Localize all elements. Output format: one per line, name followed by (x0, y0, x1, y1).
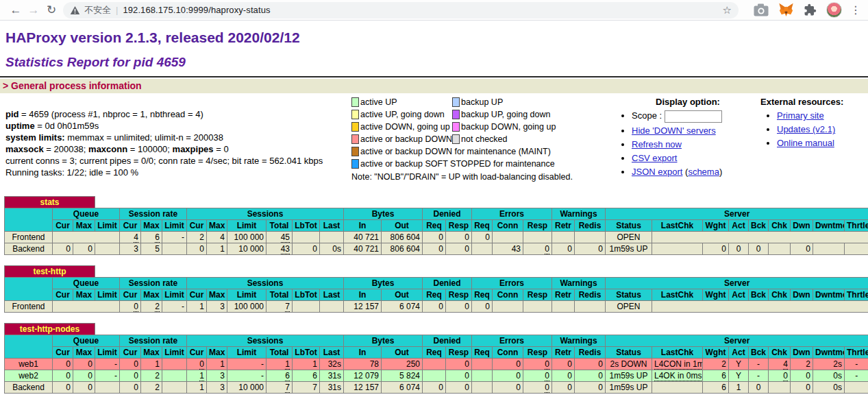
proxy-name-link[interactable]: test-http (34, 267, 66, 276)
legend-color-swatch (351, 110, 359, 119)
extensions-puzzle-icon[interactable] (804, 3, 817, 16)
column-header: Limit (95, 289, 120, 301)
column-header: Total (266, 289, 293, 301)
uptime-label: uptime (5, 121, 35, 131)
reload-icon[interactable]: ↻ (42, 3, 60, 17)
bookmark-star-icon[interactable]: ☆ (723, 4, 732, 16)
column-header: Act (729, 347, 749, 359)
external-resource-link[interactable]: Primary site (777, 110, 824, 121)
proxy-title-row: test-http (5, 266, 868, 278)
cell: 6 (293, 370, 320, 382)
cell (162, 243, 187, 255)
cell: 0 (472, 301, 493, 313)
cell: 0 (729, 243, 749, 255)
cell: - (749, 359, 769, 370)
external-resource-link[interactable]: Online manual (777, 138, 834, 148)
cell: 1 (141, 359, 162, 370)
row-name: Backend (5, 243, 53, 255)
cell (575, 301, 606, 313)
row-name: web1 (5, 359, 53, 370)
display-option-link[interactable]: JSON export (632, 167, 682, 177)
cell (652, 243, 703, 255)
address-bar[interactable]: 不安全 | 192.168.175.10:9999/haproxy-status… (63, 2, 739, 19)
forward-icon[interactable]: → (25, 3, 42, 17)
cell: OPEN (606, 232, 652, 243)
legend-row: active or backup DOWNnot checked (351, 134, 556, 146)
browser-menu-icon[interactable]: ⋮ (850, 3, 861, 16)
cell: 7 (293, 382, 320, 394)
column-header: Max (141, 220, 162, 232)
page-title[interactable]: HAProxy version 2.1.3, released 2020/02/… (5, 29, 868, 46)
column-header: Thrtle (845, 220, 868, 232)
current-conns-line: current conns = 3; current pipes = 0/0; … (5, 155, 351, 167)
column-group-header: Server (606, 335, 868, 347)
cell: 3 (207, 301, 227, 313)
proxy-section-test-http-nodes: test-http-nodesQueueSession rateSessions… (4, 323, 868, 394)
legend-color-swatch (452, 122, 460, 132)
cell: 1 (293, 359, 320, 370)
legend-item: active DOWN, going up (351, 121, 452, 134)
column-header: Limit (162, 289, 187, 301)
column-header: Max (73, 289, 95, 301)
cell: 1 (207, 243, 227, 255)
tooltip-value: 7 (285, 383, 290, 393)
tooltip-value: 45 (281, 232, 290, 243)
column-group-row: QueueSession rateSessionsBytesDeniedErro… (5, 278, 868, 289)
cell: 7 (266, 382, 293, 394)
cell: 0 (749, 243, 769, 255)
cell: 0 (446, 243, 472, 255)
cell (423, 370, 446, 382)
cell: L4CON in 1ms (652, 359, 703, 370)
display-option-link[interactable]: CSV export (632, 153, 677, 163)
table-row: Backend00021310 0007731s12 1576 07400000… (5, 382, 868, 394)
cell (53, 232, 120, 243)
column-header: LbTot (293, 347, 320, 359)
maxconn-value: = 100000; (127, 144, 172, 154)
cell: - (749, 370, 769, 382)
tooltip-value: 6 (285, 371, 290, 381)
column-group-header: Warnings (552, 335, 606, 347)
screenshot-camera-icon[interactable] (754, 3, 769, 16)
tooltip-value: 0 (134, 302, 138, 312)
column-header: Conn (493, 347, 523, 359)
column-header: Act (729, 220, 749, 232)
column-header: Total (266, 347, 293, 359)
cell: 43 (266, 243, 293, 255)
cell: 2 (141, 382, 162, 394)
column-group-header: Denied (423, 208, 472, 220)
row-name: Backend (5, 382, 53, 394)
column-group-header: Session rate (120, 335, 187, 347)
schema-link[interactable]: schema (688, 167, 719, 177)
column-header: Chk (769, 289, 791, 301)
cell: 0s (320, 243, 344, 255)
proxy-title-spacer (95, 197, 868, 208)
cell: 32s (320, 359, 344, 370)
external-resource-link[interactable]: Updates (v2.1) (777, 124, 835, 134)
legend-color-swatch (452, 134, 460, 144)
column-header: In (344, 220, 382, 232)
table-row: Frontend46-24100 0004540 721806 604000OP… (5, 232, 868, 243)
column-header: Act (729, 289, 749, 301)
cell: 78 (344, 359, 382, 370)
display-option-link[interactable]: Hide 'DOWN' servers (632, 125, 716, 136)
cell: L4OK in 0ms (652, 370, 703, 382)
external-resources: External resources: Primary siteUpdates … (760, 95, 868, 182)
column-group-header: Queue (53, 335, 120, 347)
proxy-name-link[interactable]: test-http-nodes (20, 324, 79, 334)
display-option-link[interactable]: Refresh now (632, 139, 682, 149)
legend-color-swatch (351, 134, 359, 144)
cell (472, 243, 493, 255)
cell: 0 (423, 232, 446, 243)
tooltip-value: 4 (134, 232, 138, 243)
maxconn-label: maxconn (88, 144, 127, 154)
back-icon[interactable]: ← (7, 3, 25, 17)
metamask-fox-icon[interactable] (778, 3, 794, 17)
cell (162, 359, 187, 370)
scope-input[interactable] (665, 110, 722, 123)
proxy-name-link[interactable]: stats (40, 197, 59, 207)
cell (523, 232, 552, 243)
column-header: Last (320, 347, 344, 359)
column-header: Max (73, 220, 95, 232)
profile-avatar[interactable] (826, 2, 842, 18)
column-header: Dwn (791, 220, 813, 232)
